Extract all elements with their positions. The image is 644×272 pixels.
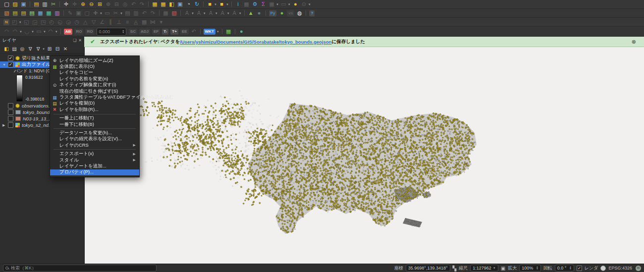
adv-digitize-11-icon[interactable]: ∠ [98,19,107,26]
search-icon[interactable]: ⊙ [300,1,308,8]
label-ab-icon[interactable]: AB [64,29,73,35]
pan-to-selection-icon[interactable]: ✛ [70,1,79,8]
menu-item-20[interactable]: プロパティ(P)... [50,169,139,175]
menu-item-11[interactable]: 一番下に移動(B) [50,121,139,127]
label-ro1-icon[interactable]: RO [74,29,83,35]
adv-digitize-12-icon[interactable]: ∥ [107,19,115,26]
text-bigger-icon[interactable]: T+ [170,29,178,35]
menu-item-17[interactable]: エクスポート(x)▶ [50,151,139,157]
adv-digitize-14-icon[interactable]: ≡ [123,19,132,26]
temporal-controller-icon[interactable]: ◔ [184,1,193,8]
menu-item-7[interactable]: ▤レイヤを複製(D) [50,101,139,107]
statistical-summary-icon[interactable]: ▦ [242,1,251,8]
menu-item-10[interactable]: 一番上に移動(T) [50,115,139,121]
vertex-tool-icon[interactable]: ✚ [91,10,100,17]
identify-features-icon[interactable]: i [234,1,242,8]
rotation-input[interactable]: 0.0 ° ▲▼ [555,265,574,272]
label-adj-icon[interactable]: ADJ [139,29,150,35]
expand-all-icon[interactable]: ⊞ [46,46,54,53]
undo-label-icon[interactable]: ↶ [190,28,198,35]
adv-digitize-3-icon[interactable]: ◲ [31,19,39,26]
filter-legend-icon[interactable]: ∇ [26,46,34,53]
adv-digitize-4-icon[interactable]: ◳ [39,19,48,26]
panel-close-icon[interactable]: ✕ [78,38,82,43]
ellipse-tool-icon[interactable]: ◡ [23,28,31,35]
sum-features-icon[interactable]: Σ [259,1,268,8]
label-tool-1-icon[interactable]: A [183,10,191,17]
label-ef-icon[interactable]: EF [152,29,160,35]
add-layer-green-icon[interactable]: ▦ [224,28,233,35]
toggle-editing-icon[interactable]: ✎ [66,10,74,17]
grass-tools-icon[interactable]: ▲ [247,10,255,17]
layer-checkbox[interactable] [8,116,13,121]
label-tool-2-icon[interactable]: A [195,10,203,17]
layer-checkbox[interactable] [8,55,13,61]
adv-digitize-9-icon[interactable]: △ [81,19,90,26]
menu-item-1[interactable]: ▦全体図に表示(O) [50,63,139,69]
attribute-table-icon[interactable]: ▦ [268,1,276,8]
open-layer-styling-icon[interactable]: ◧ [2,46,10,53]
circle-tool-icon[interactable]: ◠ [11,28,19,35]
vs-plugin-icon[interactable]: vs [287,10,294,16]
regular-polygon-tool-icon[interactable]: ◠ [47,28,55,35]
paste-features-icon[interactable]: ▥ [132,10,140,17]
menu-item-5[interactable]: 現在の領域に引き伸ばす(S) [50,88,139,94]
menu-item-15[interactable]: レイヤのCRS▶ [50,142,139,148]
menu-item-18[interactable]: スタイル▶ [50,157,139,163]
share-icon[interactable]: ● [237,28,246,35]
new-geopackage-layer-icon[interactable]: ▤ [11,10,19,17]
zoom-native-icon[interactable]: ◎ [121,1,129,8]
select-features-icon[interactable]: ■ [206,1,214,8]
layer-checkbox[interactable] [8,103,13,109]
spinner-icon[interactable]: ▲▼ [569,266,571,270]
menu-item-19[interactable]: レイヤノートを追加... [50,163,139,169]
layer-checkbox[interactable] [8,122,13,128]
menu-item-4[interactable]: ⊙ネイティブ解像度に戻す(i) [50,82,139,88]
adv-digitize-15-icon[interactable]: ◬ [132,19,140,26]
show-bookmarks-icon[interactable]: ▦ [159,1,167,8]
panel-undock-icon[interactable]: ❏ [73,38,76,43]
collapse-arrow-icon[interactable]: ▼ [2,63,6,66]
map-canvas-area[interactable] [84,37,644,264]
exported-file-link[interactable]: /Users/yshimizu/Documents/GIS/Sorabatake… [180,39,331,45]
undo-icon[interactable]: ↶ [140,10,149,17]
save-project-icon[interactable]: ▣ [19,1,28,8]
label-ro2-icon[interactable]: RO [85,29,94,35]
new-map-view-icon[interactable]: ▣ [176,1,184,8]
layer-checkbox[interactable] [8,109,13,115]
adv-digitize-7-icon[interactable]: ◶ [64,19,73,26]
new-scratch-layer-icon[interactable]: ▤ [28,10,36,17]
menu-item-3[interactable]: レイヤの名前を変更(n) [50,76,139,82]
zoom-full-icon[interactable]: ⊞ [96,1,104,8]
georeferencer-icon[interactable]: ▥ [53,10,61,17]
python-console-icon[interactable]: Py [269,10,277,16]
collapse-all-icon[interactable]: ⊟ [54,46,61,53]
text-smaller-icon[interactable]: T- [162,29,168,35]
save-edits-icon[interactable]: ▣ [74,10,83,17]
filter-expression-icon[interactable]: ∇ [34,46,42,53]
circular-string-icon[interactable]: ◠ [2,28,11,35]
notification-close-icon[interactable]: ⊗ [632,39,636,45]
map-canvas[interactable] [84,47,644,264]
deselect-features-icon[interactable]: ■ [217,1,226,8]
new-shapefile-layer-icon[interactable]: ▤ [19,10,28,17]
edit-bookmarks-icon[interactable]: ◧ [167,1,176,8]
expand-arrow-icon[interactable]: ▶ [2,123,6,127]
locator-search-input[interactable]: 検索（⌘K） [3,265,157,272]
add-group-icon[interactable]: ▤ [10,46,18,53]
processing-gear-icon[interactable]: ⚙ [251,1,259,8]
layer-checkbox[interactable] [8,62,13,67]
delete-part-icon[interactable]: ▧ [170,10,178,17]
open-project-icon[interactable]: ▨ [11,1,19,8]
lock-scale-icon[interactable]: ▣ [501,266,505,271]
globe-dark-icon[interactable]: ● [255,10,264,17]
new-project-icon[interactable]: ▢ [2,1,11,8]
adv-digitize-17-icon[interactable]: ⋈ [149,19,157,26]
rotation-value-input[interactable]: 0.000▲▼ [97,28,126,36]
adv-digitize-1-icon[interactable]: ◰ [10,19,19,26]
label-ee-icon[interactable]: EE [180,29,189,35]
label-tool-3-icon[interactable]: A [207,10,215,17]
menu-item-13[interactable]: データソースを変更(h)... [50,130,139,136]
cut-icon[interactable]: ✂ [49,1,57,8]
new-virtual-layer-icon[interactable]: ▦ [36,10,45,17]
